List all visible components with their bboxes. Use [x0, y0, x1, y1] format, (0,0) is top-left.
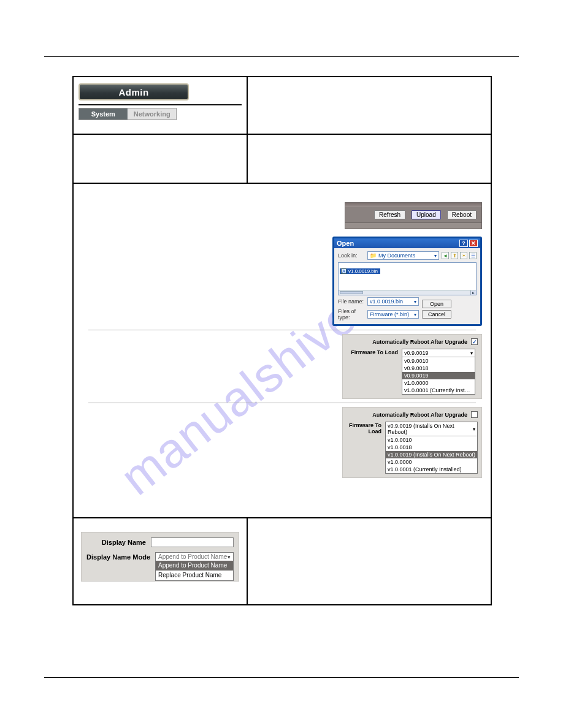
fw-manual-load-label: Firmware To Load: [347, 422, 385, 474]
row2-right: [248, 135, 491, 183]
open-button[interactable]: Open: [422, 300, 451, 308]
section-fw-auto: Automatically Reboot After Upgrade ✓ Fir…: [82, 330, 482, 403]
list-item[interactable]: v0.9.0019: [402, 372, 475, 379]
display-name-label: Display Name: [86, 539, 151, 546]
fw-auto-load-label: Firmware To Load: [347, 349, 402, 395]
upload-button[interactable]: Upload: [412, 210, 441, 219]
chevron-down-icon: ▾: [434, 253, 437, 259]
list-item[interactable]: Replace Product Name: [156, 571, 233, 580]
back-icon[interactable]: ◄: [442, 252, 449, 259]
dialog-toolbar-icons: ◄ ⬆ ✶ ☰: [442, 252, 477, 259]
filename-input[interactable]: v1.0.0019.bin ▾: [367, 297, 419, 306]
lookin-label: Look in:: [338, 252, 365, 259]
chevron-down-icon: ▾: [473, 427, 475, 432]
display-name-input[interactable]: [151, 537, 234, 547]
hscrollbar[interactable]: ▸: [339, 290, 476, 295]
selected-file-name: v1.0.0019.bin: [348, 268, 378, 274]
fw-manual-label: Automatically Reboot After Upgrade: [347, 412, 467, 418]
fw-manual-options: v1.0.0010 v1.0.0018 v1.0.0019 (Installs …: [386, 436, 477, 473]
fw-manual-current: v0.9.0019 (Installs On Next Reboot): [388, 423, 473, 435]
row4-left: Display Name Display Name Mode Append to…: [74, 518, 248, 604]
reboot-button[interactable]: Reboot: [447, 210, 477, 219]
filetype-label: Files of type:: [338, 308, 365, 320]
up-icon[interactable]: ⬆: [451, 252, 458, 259]
tab-networking[interactable]: Networking: [128, 108, 177, 119]
fw-auto-checkbox[interactable]: ✓: [471, 338, 478, 345]
scroll-right-icon[interactable]: ▸: [470, 290, 476, 295]
admin-underline: [79, 104, 242, 105]
display-mode-options: Append to Product Name Replace Product N…: [156, 561, 233, 580]
scroll-thumb[interactable]: [340, 291, 363, 294]
file-list[interactable]: A v1.0.0019.bin ▸: [338, 262, 477, 295]
fw-auto-select[interactable]: v0.9.0019 ▾ v0.9.0010 v0.9.0018 v0.9.001…: [402, 349, 475, 395]
row-blank: [74, 135, 491, 184]
section-fw-manual: Automatically Reboot After Upgrade Firmw…: [82, 403, 482, 506]
admin-tabstrip: System Networking: [79, 108, 177, 120]
fw-auto-options: v0.9.0010 v0.9.0018 v0.9.0019 v1.0.0000 …: [402, 357, 475, 394]
filetype-combo[interactable]: Firmware (*.bin) ▾: [367, 310, 419, 319]
row-firmware: Refresh Upload Reboot Open ? ✕: [74, 184, 491, 518]
lookin-combo[interactable]: 📁 My Documents ▾: [367, 251, 439, 260]
admin-pill[interactable]: Admin: [79, 83, 189, 100]
list-item[interactable]: Append to Product Name: [156, 561, 233, 571]
chevron-down-icon: ▾: [414, 312, 416, 317]
header-rule: [44, 56, 519, 57]
row2-left: [74, 135, 248, 183]
list-item[interactable]: v1.0.0001 (Currently Installed): [386, 466, 477, 473]
fw-manual-select[interactable]: v0.9.0019 (Installs On Next Reboot) ▾ v1…: [385, 422, 478, 474]
list-item[interactable]: v0.9.0010: [402, 357, 475, 365]
display-name-panel: Display Name Display Name Mode Append to…: [81, 532, 239, 582]
chevron-down-icon: ▾: [470, 351, 473, 356]
display-mode-select[interactable]: Append to Product Name ▾ Append to Produ…: [155, 552, 234, 581]
row-display-name: Display Name Display Name Mode Append to…: [74, 518, 491, 604]
fw-manual-checkbox[interactable]: [471, 411, 478, 418]
selected-file[interactable]: A v1.0.0019.bin: [340, 268, 380, 274]
views-icon[interactable]: ☰: [469, 252, 477, 259]
toolbar-bar: Refresh Upload Reboot: [345, 202, 482, 229]
list-item[interactable]: v1.0.0010: [386, 436, 477, 444]
filetype-value: Firmware (*.bin): [370, 311, 409, 317]
lookin-value: My Documents: [378, 252, 415, 259]
list-item[interactable]: v1.0.0000: [386, 458, 477, 466]
open-dialog: Open ? ✕ Look in: 📁 My Documents: [332, 237, 482, 326]
admin-header-cell: Admin System Networking: [74, 77, 248, 134]
file-icon: A: [341, 268, 347, 274]
fw-manual-panel: Automatically Reboot After Upgrade Firmw…: [342, 407, 482, 478]
chevron-down-icon: ▾: [228, 554, 231, 560]
section-upload: Refresh Upload Reboot Open ? ✕: [82, 190, 482, 330]
list-item[interactable]: v1.0.0018: [386, 444, 477, 451]
tab-system[interactable]: System: [79, 108, 128, 119]
newfolder-icon[interactable]: ✶: [460, 252, 467, 259]
filename-label: File name:: [338, 298, 365, 305]
fw-auto-current: v0.9.0019: [404, 350, 429, 356]
content-table: Admin System Networking: [72, 76, 492, 605]
row4-right: [248, 518, 491, 604]
list-item[interactable]: v1.0.0000: [402, 379, 475, 387]
list-item[interactable]: v0.9.0018: [402, 365, 475, 372]
display-mode-label: Display Name Mode: [86, 552, 155, 561]
row1-right: [248, 77, 491, 134]
refresh-button[interactable]: Refresh: [374, 210, 405, 219]
help-icon[interactable]: ?: [459, 240, 468, 247]
list-item[interactable]: v1.0.0001 (Currently Installed): [402, 387, 475, 394]
folder-icon: 📁: [370, 252, 377, 259]
list-item[interactable]: v1.0.0019 (Installs On Next Reboot): [386, 451, 477, 458]
chevron-down-icon: ▾: [414, 299, 416, 305]
filename-value: v1.0.0019.bin: [370, 298, 403, 305]
open-dialog-titlebar: Open ? ✕: [334, 238, 480, 248]
close-icon[interactable]: ✕: [469, 240, 478, 247]
fw-auto-label: Automatically Reboot After Upgrade: [347, 339, 467, 345]
open-dialog-title: Open: [337, 240, 354, 247]
cancel-button[interactable]: Cancel: [422, 310, 451, 319]
fw-auto-panel: Automatically Reboot After Upgrade ✓ Fir…: [342, 334, 482, 399]
footer-rule: [44, 677, 519, 678]
page: manualshive.com Admin System Networking: [0, 0, 563, 728]
row-admin-header: Admin System Networking: [74, 77, 491, 135]
display-mode-current: Append to Product Name: [158, 553, 227, 560]
